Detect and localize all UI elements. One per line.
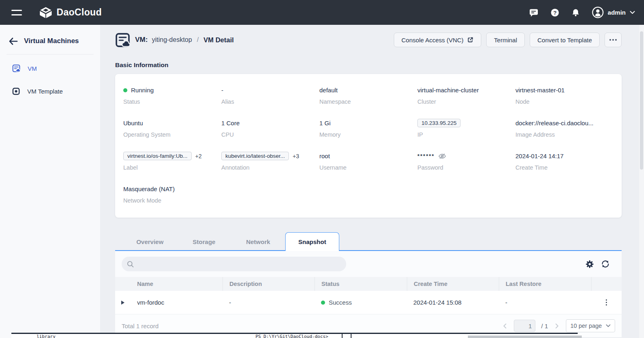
- row-expand-toggle[interactable]: [115, 301, 131, 305]
- cell-name[interactable]: vm-fordoc: [131, 299, 223, 306]
- annotation-tag: kubevirt.io/latest-obser...: [221, 152, 289, 160]
- expand-triangle-icon: [121, 301, 124, 305]
- current-page-input[interactable]: 1: [514, 320, 535, 332]
- table-row: vm-fordoc - Success 2024-01-24 15:08 -: [115, 291, 622, 314]
- search-input[interactable]: [138, 261, 341, 267]
- cell-description: -: [223, 299, 314, 306]
- tab-storage[interactable]: Storage: [177, 233, 231, 251]
- page-size-select[interactable]: 10 per page: [566, 319, 615, 332]
- brand[interactable]: DaoCloud: [39, 7, 102, 19]
- field-label-tags: virtnest.io/os-family:Ub...+2 Label: [123, 151, 221, 171]
- field-cpu: 1 Core CPU: [221, 118, 319, 138]
- menu-toggle-icon[interactable]: [11, 10, 22, 15]
- detail-tabs: Overview Storage Network Snapshot: [115, 232, 622, 251]
- convert-to-template-button[interactable]: Convert to Template: [530, 33, 600, 47]
- total-pages-label: / 1: [541, 323, 548, 329]
- label-tag: virtnest.io/os-family:Ub...: [123, 152, 192, 160]
- tab-network[interactable]: Network: [231, 233, 285, 251]
- ip-tag: 10.233.95.225: [417, 119, 461, 127]
- field-password: ****** Password: [417, 151, 515, 171]
- tab-snapshot[interactable]: Snapshot: [285, 232, 339, 251]
- field-value: 1 Gi: [319, 118, 417, 128]
- column-header-description[interactable]: Description: [223, 277, 314, 291]
- column-header-status[interactable]: Status: [314, 277, 407, 291]
- avatar: [592, 7, 604, 18]
- eye-off-icon[interactable]: [438, 153, 446, 159]
- success-dot-green: [321, 301, 325, 305]
- messages-icon[interactable]: [529, 8, 539, 17]
- background-window-gray-strip: [468, 336, 582, 338]
- field-label: Cluster: [417, 98, 515, 105]
- sidebar-item-vm-template[interactable]: VM Template: [0, 83, 100, 99]
- field-operating-system: Ubuntu Operating System: [123, 118, 221, 138]
- prev-page-button[interactable]: [502, 322, 508, 330]
- field-label: Password: [417, 164, 515, 171]
- column-header-create-time[interactable]: Create Time: [407, 277, 499, 291]
- user-menu[interactable]: admin: [592, 7, 635, 18]
- sidebar: Virtual Machines VM VM Template: [0, 25, 100, 338]
- page-scrollbar[interactable]: [639, 25, 644, 338]
- row-actions-kebab-icon[interactable]: [604, 298, 609, 307]
- ellipsis-icon: [609, 39, 617, 41]
- column-header-actions: [591, 277, 622, 291]
- sidebar-item-label: VM Template: [27, 88, 63, 95]
- vm-name: yiting-desktop: [152, 36, 192, 44]
- cell-last-restore: -: [499, 299, 591, 306]
- more-actions-button[interactable]: [605, 33, 622, 47]
- field-label: Memory: [319, 131, 417, 138]
- pagination: 1 / 1 10 per page: [502, 319, 615, 332]
- svg-text:?: ?: [553, 9, 557, 15]
- vm-page-icon: [115, 33, 130, 48]
- field-status: Running Status: [123, 85, 221, 105]
- basic-information-card: Running Status - Alias default Namespace…: [115, 74, 622, 218]
- snapshot-panel: Name Description Status Create Time Last…: [115, 251, 622, 337]
- username-label: admin: [608, 9, 626, 16]
- password-masked-value: ******: [417, 153, 434, 159]
- field-value: Running: [131, 87, 154, 94]
- field-network-mode: Masquerade (NAT) Network Mode: [123, 184, 221, 204]
- tab-overview[interactable]: Overview: [123, 233, 177, 251]
- breadcrumb-separator: /: [197, 36, 199, 44]
- field-label: Label: [123, 164, 221, 171]
- console-access-button[interactable]: Console Access (VNC): [394, 33, 482, 47]
- section-title-basic-information: Basic Information: [115, 61, 622, 69]
- back-arrow-icon[interactable]: [8, 37, 18, 45]
- table-header-row: Name Description Status Create Time Last…: [115, 277, 622, 291]
- refresh-icon[interactable]: [601, 259, 610, 268]
- cell-status: Success: [314, 299, 407, 306]
- field-image-address: docker://release-ci.daoclou... Image Add…: [515, 118, 613, 138]
- label-more-count[interactable]: +2: [195, 153, 202, 159]
- field-label: IP: [417, 131, 515, 138]
- notifications-bell-icon[interactable]: [571, 8, 580, 17]
- column-header-last-restore[interactable]: Last Restore: [499, 277, 591, 291]
- field-username: root Username: [319, 151, 417, 171]
- console-access-label: Console Access (VNC): [402, 37, 464, 44]
- field-annotation: kubevirt.io/latest-obser...+3 Annotation: [221, 151, 319, 171]
- field-value: default: [319, 85, 417, 95]
- page-header: VM: yiting-desktop / VM Detail Console A…: [115, 31, 622, 49]
- search-box[interactable]: [122, 257, 346, 271]
- field-label: Image Address: [515, 131, 613, 138]
- column-header-name[interactable]: Name: [131, 277, 223, 291]
- vm-template-icon: [12, 87, 20, 95]
- field-label: Status: [123, 98, 221, 105]
- field-label: CPU: [221, 131, 319, 138]
- annotation-more-count[interactable]: +3: [293, 153, 299, 159]
- field-memory: 1 Gi Memory: [319, 118, 417, 138]
- sidebar-item-label: VM: [28, 65, 37, 72]
- terminal-button[interactable]: Terminal: [486, 33, 525, 47]
- brand-name: DaoCloud: [57, 7, 102, 18]
- column-settings-gear-icon[interactable]: [585, 260, 594, 268]
- convert-label: Convert to Template: [537, 37, 592, 44]
- field-label: Node: [515, 98, 613, 105]
- scrollbar-thumb[interactable]: [640, 31, 643, 170]
- breadcrumb-current-page: VM Detail: [203, 36, 234, 44]
- total-records-label: Total 1 record: [122, 323, 159, 329]
- next-page-button[interactable]: [554, 322, 560, 330]
- field-cluster: virtual-machine-cluster Cluster: [417, 85, 515, 105]
- field-label: Alias: [221, 98, 319, 105]
- sidebar-item-vm[interactable]: VM: [0, 60, 100, 76]
- help-icon[interactable]: ?: [550, 8, 559, 17]
- field-label: Username: [319, 164, 417, 171]
- field-alias: - Alias: [221, 85, 319, 105]
